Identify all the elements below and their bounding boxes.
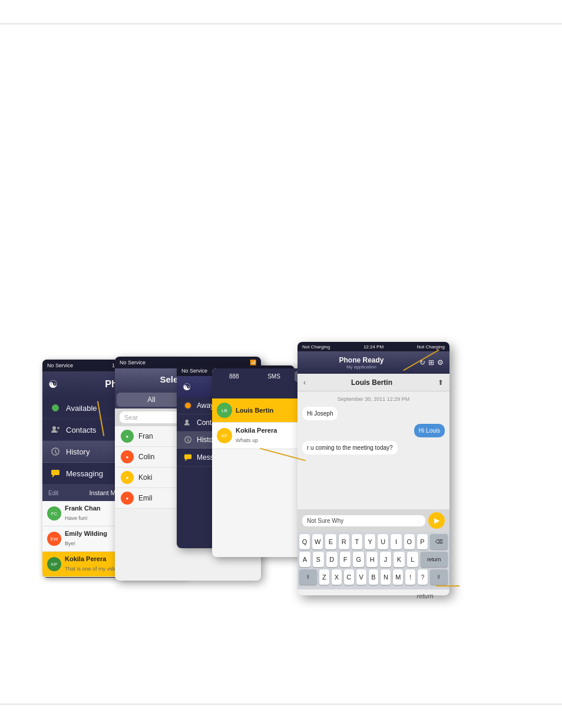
key-u[interactable]: U <box>378 534 388 549</box>
key-d[interactable]: D <box>326 552 338 567</box>
key-l[interactable]: L <box>407 552 418 567</box>
im-edit-label[interactable]: Edit <box>48 490 58 496</box>
screen5-subtitle: My application <box>346 364 376 370</box>
emily-preview: Bye! <box>65 541 75 546</box>
key-g[interactable]: G <box>353 552 364 567</box>
nav-messaging-label: Messaging <box>66 469 103 478</box>
chat-msg-1: Hi Joseph <box>302 407 338 420</box>
key-o[interactable]: O <box>404 534 415 549</box>
screen5-battery: Not Charging <box>417 344 445 350</box>
nav-away-label: Away <box>197 401 214 410</box>
nav-contacts-label: Contacts <box>66 426 96 434</box>
screen5-title-group: Phone Ready My application <box>303 356 419 370</box>
history-icon-small <box>184 436 192 444</box>
key-a[interactable]: A <box>299 552 310 567</box>
key-exclaim[interactable]: ! <box>405 569 415 585</box>
colin-avatar: ● <box>121 450 134 463</box>
emily-name: Emily Wilding <box>65 530 107 537</box>
screen5-send-button[interactable]: ▶ <box>428 512 445 529</box>
key-x[interactable]: X <box>332 569 342 585</box>
keyboard-row-3: ⇧ Z X C V B N M ! ? ⇧ <box>299 569 448 585</box>
keyboard-row-2: A S D F G H J K L return <box>299 552 448 567</box>
key-return[interactable]: return <box>421 552 448 567</box>
key-v[interactable]: V <box>356 569 366 585</box>
away-status-icon <box>184 401 192 410</box>
screen5-chat-area: September 30, 2011 12:29 PM Hi Joseph Hi… <box>297 391 449 509</box>
key-question[interactable]: ? <box>418 569 428 585</box>
kokila2-avatar: KP <box>217 428 232 443</box>
available-status-icon <box>49 402 61 414</box>
colin-name: Colin <box>138 453 154 461</box>
key-j[interactable]: J <box>380 552 391 567</box>
svg-point-1 <box>57 427 59 429</box>
key-e[interactable]: E <box>325 534 336 549</box>
screen2-search-label: Sear <box>124 414 138 421</box>
frank-avatar: FC <box>47 506 61 521</box>
key-y[interactable]: Y <box>365 534 375 549</box>
louis-name: Louis Bertin <box>236 407 273 414</box>
chat-msg-2-row: Hi Louis <box>302 424 445 441</box>
svg-rect-6 <box>184 454 191 459</box>
chat-messages: Hi Joseph Hi Louis r u coming to the mee… <box>302 407 445 458</box>
nav-history-label: History <box>66 447 90 456</box>
screen5-input-bar: ▶ <box>297 509 449 532</box>
keyboard-row-1: Q W E R T Y U I O P ⌫ <box>299 534 448 549</box>
frank-preview: Have fun! <box>65 515 88 521</box>
history-icon <box>49 446 61 457</box>
emily2-name: Emil <box>138 494 152 502</box>
chat-msg-3: r u coming to the meeting today? <box>302 441 398 454</box>
key-f[interactable]: F <box>340 552 351 567</box>
key-shift-left[interactable]: ⇧ <box>299 569 317 585</box>
key-t[interactable]: T <box>352 534 362 549</box>
key-r[interactable]: R <box>339 534 349 549</box>
nav-available-label: Available <box>66 404 97 413</box>
screen5-message-input[interactable] <box>302 515 425 526</box>
screen2-tab-all[interactable]: All <box>117 393 186 407</box>
svg-point-0 <box>52 426 56 430</box>
screen4-tab-sms[interactable]: SMS <box>255 371 293 382</box>
chat-msg-2: Hi Louis <box>414 424 445 437</box>
screen5-contact-name: Louis Bertin <box>306 378 438 387</box>
key-b[interactable]: B <box>369 569 379 585</box>
arrow-line-return <box>436 585 459 587</box>
bottom-divider <box>0 704 562 704</box>
key-c[interactable]: C <box>344 569 354 585</box>
screen5-contact-action-icon[interactable]: ⬆ <box>438 378 444 387</box>
key-w[interactable]: W <box>312 534 323 549</box>
key-q[interactable]: Q <box>299 534 310 549</box>
key-z[interactable]: Z <box>319 569 329 585</box>
key-m[interactable]: M <box>393 569 403 585</box>
frank-name: Frank Chan <box>65 505 101 512</box>
kokila2-preview: Whats up <box>236 437 258 443</box>
screen3-logo-icon: ☯ <box>183 381 191 393</box>
screen5-grid-icon[interactable]: ⊞ <box>428 358 434 367</box>
screen5-settings-icon[interactable]: ⚙ <box>437 358 444 367</box>
key-backspace[interactable]: ⌫ <box>430 534 448 549</box>
screen1-logo-icon: ☯ <box>48 378 58 391</box>
screen1-signal: No Service <box>47 363 73 368</box>
key-p[interactable]: P <box>417 534 428 549</box>
koki-name: Koki <box>138 473 152 482</box>
svg-point-4 <box>186 420 189 423</box>
key-k[interactable]: K <box>394 552 405 567</box>
screen5-date-label: September 30, 2011 12:29 PM <box>302 396 445 402</box>
screen5-contact-bar: ‹ Louis Bertin ⬆ <box>297 374 449 391</box>
key-s[interactable]: S <box>313 552 324 567</box>
key-i[interactable]: I <box>391 534 401 549</box>
messaging-icon <box>49 467 61 479</box>
key-shift-right[interactable]: ⇧ <box>430 569 448 585</box>
key-n[interactable]: N <box>381 569 391 585</box>
contacts-icon-small <box>184 419 192 427</box>
screen5-signal: Not Charging <box>302 344 330 350</box>
kokila-avatar: KP <box>47 557 61 571</box>
contacts-icon <box>49 424 61 436</box>
screen5-keyboard: Q W E R T Y U I O P ⌫ A S D F G H J K L … <box>297 532 449 589</box>
top-divider <box>0 24 562 24</box>
screen5-time: 12:24 PM <box>363 344 384 350</box>
screen2-signal: No Service <box>120 360 146 365</box>
screen4-tab-888[interactable]: 888 <box>215 371 253 382</box>
koki-avatar: ● <box>121 471 134 484</box>
screen5-status-bar: Not Charging 12:24 PM Not Charging <box>297 342 449 351</box>
return-annotation-label: return <box>416 592 434 599</box>
key-h[interactable]: H <box>366 552 378 567</box>
